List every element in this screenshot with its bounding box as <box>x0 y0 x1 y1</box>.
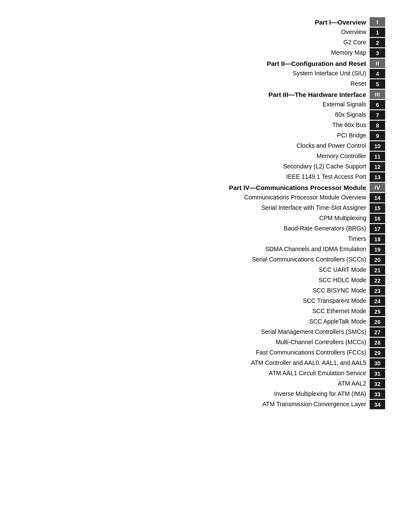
chapter-title: Serial Interface with Time-Slot Assigner <box>261 204 366 212</box>
chapter-title: Reset <box>350 80 366 88</box>
chapter-number-badge: 5 <box>370 79 385 89</box>
chapter-title: Communications Processor Module Overview <box>244 193 366 202</box>
toc-row: PCI Bridge9 <box>26 131 385 140</box>
toc-row: Reset5 <box>26 79 385 89</box>
chapter-number-badge: 31 <box>370 369 385 378</box>
chapter-number-badge: 18 <box>370 234 385 244</box>
toc-row: Fast Communications Controllers (FCCs)29 <box>26 348 385 358</box>
part-number-badge: I <box>370 17 385 27</box>
chapter-title: ATM Transmission Convergence Layer <box>262 400 366 409</box>
toc-row: Serial Communications Controllers (SCCs)… <box>26 255 385 264</box>
toc-row: Part IV—Communications Processor ModuleI… <box>26 183 385 192</box>
chapter-number-badge: 9 <box>370 131 385 140</box>
chapter-title: Inverse Multiplexing for ATM (IMA) <box>274 390 366 398</box>
chapter-title: SCC Ethernet Mode <box>312 307 366 316</box>
toc-row: Secondary (L2) Cache Support12 <box>26 162 385 171</box>
chapter-number-badge: 8 <box>370 121 385 130</box>
part-title: Part III—The Hardware Interface <box>268 90 366 99</box>
chapter-number-badge: 19 <box>370 245 385 254</box>
toc-row: Memory Map3 <box>26 48 385 58</box>
toc-row: Timers18 <box>26 234 385 244</box>
part-title: Part II—Configuration and Reset <box>267 59 366 68</box>
chapter-number-badge: 13 <box>370 172 385 182</box>
chapter-title: SCC UART Mode <box>319 266 366 274</box>
toc-row: Communications Processor Module Overview… <box>26 193 385 202</box>
chapter-number-badge: 4 <box>370 69 385 78</box>
toc-row: SCC AppleTalk Mode26 <box>26 317 385 327</box>
toc-row: Serial Management Controllers (SMCs)27 <box>26 327 385 337</box>
chapter-title: SCC HDLC Mode <box>319 276 366 285</box>
chapter-number-badge: 20 <box>370 255 385 264</box>
chapter-title: SDMA Channels and IDMA Emulation <box>265 245 366 254</box>
toc-row: SCC UART Mode21 <box>26 265 385 275</box>
part-number-badge: IV <box>370 183 385 192</box>
chapter-number-badge: 15 <box>370 203 385 213</box>
chapter-number-badge: 17 <box>370 224 385 233</box>
toc-row: Inverse Multiplexing for ATM (IMA)33 <box>26 389 385 399</box>
toc-row: Baud-Rate Generators (BRGs)17 <box>26 224 385 233</box>
chapter-number-badge: 6 <box>370 100 385 109</box>
part-title: Part IV—Communications Processor Module <box>229 183 366 192</box>
toc-row: SCC Ethernet Mode25 <box>26 307 385 316</box>
toc-row: CPM Multiplexing16 <box>26 214 385 223</box>
chapter-title: Memory Controller <box>317 152 366 161</box>
part-title: Part I—Overview <box>315 18 366 27</box>
chapter-number-badge: 12 <box>370 162 385 171</box>
chapter-number-badge: 2 <box>370 38 385 47</box>
chapter-title: Secondary (L2) Cache Support <box>283 162 366 171</box>
toc-row: Clocks and Power Control10 <box>26 141 385 151</box>
chapter-title: PCI Bridge <box>337 131 366 140</box>
chapter-title: ATM AAL1 Circuit Emulation Service <box>269 369 366 378</box>
chapter-number-badge: 27 <box>370 327 385 337</box>
toc-row: ATM Transmission Convergence Layer34 <box>26 400 385 409</box>
chapter-number-badge: 3 <box>370 48 385 58</box>
chapter-number-badge: 22 <box>370 276 385 285</box>
toc-row: Part I—OverviewI <box>26 17 385 27</box>
toc-container: Part I—OverviewIOverview1G2 Core2Memory … <box>26 17 385 410</box>
toc-row: The 60x Bus8 <box>26 121 385 130</box>
chapter-number-badge: 7 <box>370 110 385 120</box>
chapter-title: SCC BISYNC Mode <box>313 286 366 295</box>
chapter-title: ATM Controller and AAL0, AAL1, and AAL5 <box>251 359 366 367</box>
chapter-title: System Interface Unit (SIU) <box>293 69 366 78</box>
toc-row: SCC HDLC Mode22 <box>26 276 385 285</box>
chapter-number-badge: 32 <box>370 379 385 389</box>
chapter-number-badge: 30 <box>370 358 385 368</box>
toc-row: SDMA Channels and IDMA Emulation19 <box>26 245 385 254</box>
chapter-title: IEEE 1149.1 Test Access Port <box>286 173 366 181</box>
chapter-number-badge: 11 <box>370 152 385 161</box>
toc-row: External Signals6 <box>26 100 385 109</box>
chapter-number-badge: 14 <box>370 193 385 202</box>
toc-row: System Interface Unit (SIU)4 <box>26 69 385 78</box>
chapter-title: Serial Management Controllers (SMCs) <box>261 328 366 336</box>
toc-row: SCC Transparent Mode24 <box>26 296 385 306</box>
toc-row: Serial Interface with Time-Slot Assigner… <box>26 203 385 213</box>
chapter-number-badge: 21 <box>370 265 385 275</box>
chapter-number-badge: 1 <box>370 28 385 37</box>
toc-row: Memory Controller11 <box>26 152 385 161</box>
chapter-number-badge: 25 <box>370 307 385 316</box>
chapter-number-badge: 33 <box>370 389 385 399</box>
chapter-title: Fast Communications Controllers (FCCs) <box>256 348 366 357</box>
chapter-title: Baud-Rate Generators (BRGs) <box>284 224 366 233</box>
toc-row: ATM AAL1 Circuit Emulation Service31 <box>26 369 385 378</box>
chapter-number-badge: 10 <box>370 141 385 151</box>
chapter-title: SCC AppleTalk Mode <box>309 317 366 326</box>
toc-row: 60x Signals7 <box>26 110 385 120</box>
chapter-number-badge: 34 <box>370 400 385 409</box>
toc-row: Part III—The Hardware InterfaceIII <box>26 90 385 99</box>
chapter-title: Multi-Channel Controllers (MCCs) <box>276 338 366 347</box>
toc-row: G2 Core2 <box>26 38 385 47</box>
chapter-title: External Signals <box>323 100 366 109</box>
chapter-title: Memory Map <box>331 49 366 57</box>
chapter-title: Overview <box>341 28 366 37</box>
chapter-number-badge: 29 <box>370 348 385 358</box>
part-number-badge: III <box>370 90 385 99</box>
toc-row: Multi-Channel Controllers (MCCs)28 <box>26 338 385 347</box>
chapter-number-badge: 26 <box>370 317 385 327</box>
chapter-title: Clocks and Power Control <box>296 142 366 150</box>
toc-row: ATM AAL232 <box>26 379 385 389</box>
chapter-number-badge: 24 <box>370 296 385 306</box>
chapter-title: Serial Communications Controllers (SCCs) <box>252 255 366 264</box>
chapter-title: SCC Transparent Mode <box>303 297 366 305</box>
